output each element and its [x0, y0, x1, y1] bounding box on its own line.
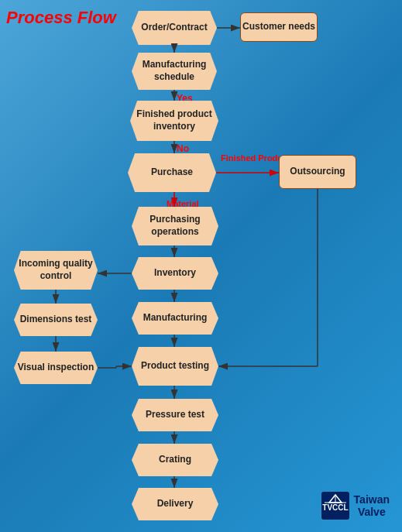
visual-inspection-box: Visual inspection — [14, 352, 98, 384]
outsourcing-box: Outsourcing — [279, 155, 356, 189]
customer-needs-box: Customer needs — [240, 12, 318, 42]
product-testing-box: Product testing — [132, 347, 218, 386]
finished-product-inventory-box: Finished product inventory — [130, 101, 218, 141]
purchase-box: Purchase — [128, 153, 216, 192]
purchasing-operations-box: Purchasing operations — [132, 207, 218, 245]
no-label: No — [177, 143, 189, 154]
company-name: Taiwan Valve — [354, 493, 390, 518]
pressure-test-box: Pressure test — [132, 399, 218, 431]
inventory-box: Inventory — [132, 257, 218, 290]
manufacturing-schedule-box: Manufacturing schedule — [132, 53, 217, 90]
svg-text:TVCCL: TVCCL — [322, 503, 348, 512]
dimensions-test-box: Dimensions test — [14, 304, 98, 336]
crating-box: Crating — [132, 444, 218, 476]
manufacturing-box: Manufacturing — [132, 302, 218, 335]
order-contract-box: Order/Contract — [132, 11, 217, 45]
taiwan-valve-logo-icon: TVCCL — [321, 492, 349, 520]
delivery-box: Delivery — [132, 488, 218, 520]
logo-area: TVCCL Taiwan Valve — [321, 492, 390, 520]
incoming-quality-box: Incoming quality control — [14, 251, 98, 290]
page-title: Process Flow — [6, 8, 116, 28]
